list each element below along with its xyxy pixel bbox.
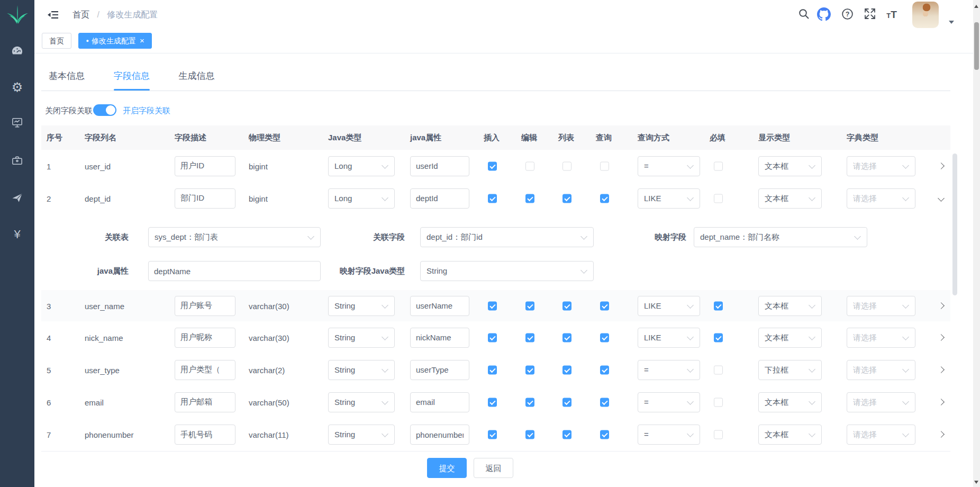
sidebar-item-system[interactable]: ⚙ [0,80,34,95]
list-checkbox[interactable] [562,398,571,407]
list-checkbox[interactable] [562,365,571,374]
dict-type-select[interactable]: 请选择 [847,392,915,412]
tab-basic-info[interactable]: 基本信息 [49,70,85,91]
html-type-select[interactable]: 文本框 [758,296,822,316]
required-checkbox[interactable] [714,301,723,310]
edit-checkbox[interactable] [525,365,534,374]
column-comment-input[interactable] [175,392,235,412]
query-checkbox[interactable] [600,301,609,310]
query-checkbox[interactable] [600,398,609,407]
dict-type-select[interactable]: 请选择 [847,425,915,445]
scroll-down-arrow-icon[interactable] [974,481,978,484]
java-type-select[interactable]: String [328,328,395,348]
tag-current[interactable]: ●修改生成配置× [78,33,151,49]
row-expand-button[interactable] [934,363,948,377]
java-field-input[interactable] [410,188,469,209]
java-type-select[interactable]: String [328,360,395,380]
row-collapse-button[interactable] [934,192,948,205]
java-field-input[interactable] [410,328,469,348]
query-type-select[interactable]: = [638,156,700,176]
row-expand-button[interactable] [934,299,948,313]
edit-checkbox[interactable] [525,301,534,310]
submit-button[interactable]: 提交 [427,458,467,478]
query-type-select[interactable]: LIKE [638,296,700,316]
relation-toggle-on-label[interactable]: 开启字段关联 [123,106,170,116]
column-comment-input[interactable] [175,296,235,316]
breadcrumb-home[interactable]: 首页 [72,10,89,19]
edit-checkbox[interactable] [525,333,534,342]
query-type-select[interactable]: LIKE [638,188,700,209]
java-type-select[interactable]: String [328,296,395,316]
column-comment-input[interactable] [175,188,235,209]
edit-checkbox[interactable] [525,398,534,407]
user-menu-caret-icon[interactable] [949,21,954,24]
java-field-input[interactable] [410,296,469,316]
page-scrollbar[interactable] [973,0,980,487]
java-field-input[interactable] [410,425,469,445]
github-button[interactable] [816,7,831,22]
html-type-select[interactable]: 文本框 [758,392,822,412]
java-type-select[interactable]: Long [328,156,395,176]
insert-checkbox[interactable] [488,398,497,407]
tab-field-info[interactable]: 字段信息 [114,70,150,91]
row-expand-button[interactable] [934,395,948,409]
query-checkbox[interactable] [600,161,609,170]
fullscreen-button[interactable] [863,7,877,22]
html-type-select[interactable]: 文本框 [758,425,822,445]
query-type-select[interactable]: = [638,392,700,412]
insert-checkbox[interactable] [488,333,497,342]
java-type-select[interactable]: Long [328,188,395,209]
query-type-select[interactable]: LIKE [638,328,700,348]
query-checkbox[interactable] [600,333,609,342]
mapping-field-select[interactable]: dept_name：部门名称 [694,227,867,247]
dict-type-select[interactable]: 请选择 [847,156,915,176]
insert-checkbox[interactable] [488,161,497,170]
table-scrollbar-thumb[interactable] [952,154,957,295]
java-type-select[interactable]: String [328,392,395,412]
query-type-select[interactable]: = [638,425,700,445]
query-checkbox[interactable] [600,365,609,374]
tag-home[interactable]: 首页 [42,33,71,49]
insert-checkbox[interactable] [488,430,497,439]
insert-checkbox[interactable] [488,301,497,310]
relation-toggle-switch[interactable] [93,104,116,116]
list-checkbox[interactable] [562,194,571,203]
html-type-select[interactable]: 文本框 [758,328,822,348]
tab-generate-info[interactable]: 生成信息 [178,70,214,91]
help-button[interactable]: ? [840,7,855,22]
list-checkbox[interactable] [562,430,571,439]
required-checkbox[interactable] [714,194,723,203]
column-comment-input[interactable] [175,328,235,348]
required-checkbox[interactable] [714,161,723,170]
query-type-select[interactable]: = [638,360,700,380]
html-type-select[interactable]: 下拉框 [758,360,822,380]
dict-type-select[interactable]: 请选择 [847,328,915,348]
required-checkbox[interactable] [714,398,723,407]
relation-table-select[interactable]: sys_dept：部门表 [148,227,321,247]
java-attr-input[interactable] [148,261,321,281]
java-type-select[interactable]: String [328,425,395,445]
row-expand-button[interactable] [934,331,948,345]
edit-checkbox[interactable] [525,194,534,203]
query-checkbox[interactable] [600,430,609,439]
insert-checkbox[interactable] [488,365,497,374]
row-expand-button[interactable] [934,159,948,173]
list-checkbox[interactable] [562,161,571,170]
required-checkbox[interactable] [714,333,723,342]
row-expand-button[interactable] [934,428,948,441]
scroll-up-arrow-icon[interactable] [974,5,978,8]
html-type-select[interactable]: 文本框 [758,188,822,209]
column-comment-input[interactable] [175,360,235,380]
sidebar-item-finance[interactable]: ¥ [0,228,34,242]
relation-field-select[interactable]: dept_id：部门id [420,227,594,247]
dict-type-select[interactable]: 请选择 [847,360,915,380]
java-field-input[interactable] [410,392,469,412]
column-comment-input[interactable] [175,156,235,176]
edit-checkbox[interactable] [525,430,534,439]
sidebar-item-dashboard[interactable] [0,44,34,59]
menu-fold-icon[interactable] [47,8,60,21]
font-size-button[interactable]: TT [884,7,899,22]
mapping-java-type-select[interactable]: String [420,261,594,281]
required-checkbox[interactable] [714,430,723,439]
dict-type-select[interactable]: 请选择 [847,188,915,209]
